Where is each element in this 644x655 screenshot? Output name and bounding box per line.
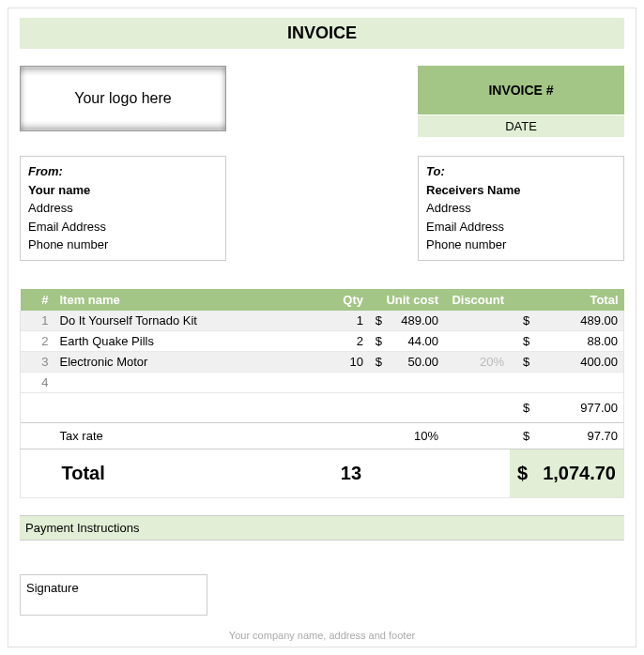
row-discount bbox=[444, 330, 510, 351]
row-total-cur bbox=[510, 372, 535, 392]
row-qty: 10 bbox=[308, 351, 369, 372]
to-name: Receivers Name bbox=[426, 181, 616, 200]
to-box: To: Receivers Name Address Email Address… bbox=[418, 156, 624, 261]
row-discount bbox=[444, 311, 510, 331]
row-unit-cur: $ bbox=[369, 311, 388, 331]
from-label: From: bbox=[28, 162, 218, 181]
table-row: 1Do It Yourself Tornado Kit1$489.00$489.… bbox=[21, 311, 624, 331]
payment-instructions-header: Payment Instructions bbox=[20, 515, 624, 541]
top-row: Your logo here INVOICE # DATE bbox=[20, 66, 624, 137]
row-total: 88.00 bbox=[535, 330, 623, 351]
row-num: 1 bbox=[21, 311, 54, 331]
total-currency: $ bbox=[510, 449, 535, 497]
row-total-cur: $ bbox=[510, 351, 535, 372]
row-total bbox=[535, 372, 623, 392]
row-num: 4 bbox=[21, 372, 54, 392]
from-phone: Phone number bbox=[28, 236, 218, 254]
to-phone: Phone number bbox=[426, 236, 616, 254]
total-qty: 13 bbox=[308, 449, 369, 497]
to-email: Email Address bbox=[426, 218, 616, 236]
header-row: # Item name Qty Unit cost Discount Total bbox=[21, 289, 624, 311]
total-row: Total 13 $ 1,074.70 bbox=[21, 449, 624, 497]
table-row: 3Electronic Motor10$50.0020%$400.00 bbox=[21, 351, 624, 372]
row-discount bbox=[444, 372, 510, 392]
row-item bbox=[54, 372, 308, 392]
row-item: Earth Quake Pills bbox=[54, 330, 308, 351]
row-num: 3 bbox=[21, 351, 54, 372]
row-unit: 44.00 bbox=[388, 330, 444, 351]
tax-label: Tax rate bbox=[54, 422, 308, 449]
invoice-page: INVOICE Your logo here INVOICE # DATE Fr… bbox=[8, 8, 636, 647]
col-total: Total bbox=[510, 289, 623, 311]
row-unit-cur bbox=[369, 372, 388, 392]
signature-box: Signature bbox=[20, 574, 207, 616]
tax-row: Tax rate 10% $ 97.70 bbox=[21, 422, 624, 449]
address-row: From: Your name Address Email Address Ph… bbox=[20, 156, 624, 261]
title-bar: INVOICE bbox=[20, 18, 624, 49]
from-address: Address bbox=[28, 199, 218, 218]
invoice-meta: INVOICE # DATE bbox=[418, 66, 624, 137]
row-total-cur: $ bbox=[510, 311, 535, 331]
tax-rate: 10% bbox=[369, 422, 444, 449]
to-address: Address bbox=[426, 199, 616, 218]
row-unit-cur: $ bbox=[369, 330, 388, 351]
from-email: Email Address bbox=[28, 218, 218, 236]
table-row: 2Earth Quake Pills2$44.00$88.00 bbox=[21, 330, 624, 351]
logo-placeholder: Your logo here bbox=[20, 66, 226, 131]
row-qty bbox=[308, 372, 369, 392]
items-table-wrap: # Item name Qty Unit cost Discount Total… bbox=[20, 289, 624, 498]
row-unit-cur: $ bbox=[369, 351, 388, 372]
subtotal-row: $ 977.00 bbox=[21, 392, 624, 422]
invoice-number-label: INVOICE # bbox=[418, 66, 624, 114]
row-total: 489.00 bbox=[535, 311, 623, 331]
row-qty: 1 bbox=[308, 311, 369, 331]
total-label: Total bbox=[54, 449, 308, 497]
row-unit: 489.00 bbox=[388, 311, 444, 331]
subtotal-currency: $ bbox=[510, 392, 535, 422]
total-amount: 1,074.70 bbox=[535, 449, 623, 497]
row-total-cur: $ bbox=[510, 330, 535, 351]
col-num: # bbox=[21, 289, 54, 311]
row-item: Electronic Motor bbox=[54, 351, 308, 372]
col-qty: Qty bbox=[308, 289, 369, 311]
col-item: Item name bbox=[54, 289, 308, 311]
invoice-date-label: DATE bbox=[418, 114, 624, 137]
row-discount: 20% bbox=[444, 351, 510, 372]
table-row: 4 bbox=[21, 372, 624, 392]
row-item: Do It Yourself Tornado Kit bbox=[54, 311, 308, 331]
row-num: 2 bbox=[21, 330, 54, 351]
row-total: 400.00 bbox=[535, 351, 623, 372]
col-discount: Discount bbox=[444, 289, 510, 311]
footer-text: Your company name, address and footer bbox=[8, 630, 636, 641]
from-name: Your name bbox=[28, 181, 218, 200]
tax-currency: $ bbox=[510, 422, 535, 449]
tax-amount: 97.70 bbox=[535, 422, 623, 449]
from-box: From: Your name Address Email Address Ph… bbox=[20, 156, 226, 261]
subtotal-amount: 977.00 bbox=[535, 392, 623, 422]
row-unit bbox=[388, 372, 444, 392]
row-qty: 2 bbox=[308, 330, 369, 351]
to-label: To: bbox=[426, 162, 616, 181]
col-unit: Unit cost bbox=[369, 289, 444, 311]
row-unit: 50.00 bbox=[388, 351, 444, 372]
items-table: # Item name Qty Unit cost Discount Total… bbox=[20, 289, 624, 498]
